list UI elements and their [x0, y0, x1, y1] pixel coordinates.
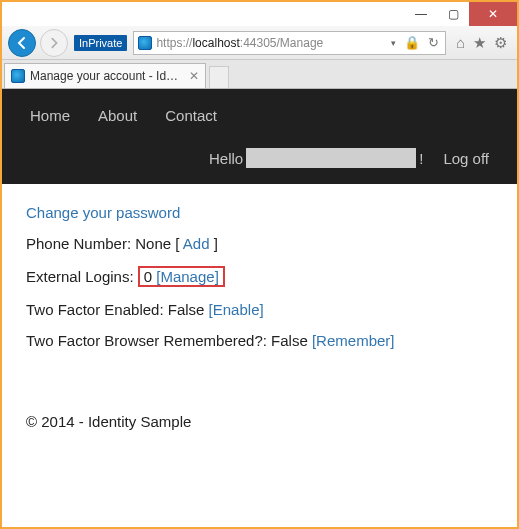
- favorites-icon[interactable]: ★: [473, 34, 486, 52]
- refresh-icon[interactable]: ↻: [426, 35, 441, 50]
- arrow-right-icon: [48, 37, 60, 49]
- url-protocol: https://: [156, 36, 192, 50]
- phone-add-link[interactable]: Add: [183, 235, 210, 252]
- tab-favicon-icon: [11, 69, 25, 83]
- browser-remembered-label: Two Factor Browser Remembered?:: [26, 332, 267, 349]
- external-logins-count: 0: [144, 268, 152, 285]
- page-content: Change your password Phone Number: None …: [2, 184, 517, 383]
- two-factor-row: Two Factor Enabled: False [Enable]: [26, 301, 493, 318]
- two-factor-enable-link[interactable]: [Enable]: [209, 301, 264, 318]
- minimize-button[interactable]: —: [405, 2, 437, 26]
- tools-gear-icon[interactable]: ⚙: [494, 34, 507, 52]
- browser-navbar: InPrivate https://localhost:44305/Manage…: [2, 26, 517, 60]
- arrow-left-icon: [15, 36, 29, 50]
- external-logins-label: External Logins:: [26, 268, 134, 285]
- page-footer: © 2014 - Identity Sample: [2, 413, 517, 454]
- nav-contact-link[interactable]: Contact: [165, 107, 217, 124]
- external-logins-row: External Logins: 0 [Manage]: [26, 266, 493, 287]
- hello-user[interactable]: Hello !: [209, 148, 423, 168]
- browser-remembered-link[interactable]: [Remember]: [312, 332, 395, 349]
- lock-icon[interactable]: 🔒: [402, 35, 422, 50]
- two-factor-label: Two Factor Enabled:: [26, 301, 164, 318]
- hello-suffix: !: [419, 150, 423, 167]
- inprivate-badge: InPrivate: [74, 35, 127, 51]
- url-dropdown-icon[interactable]: ▾: [389, 38, 398, 48]
- address-bar[interactable]: https://localhost:44305/Manage ▾ 🔒 ↻: [133, 31, 446, 55]
- browser-toolbar-right: ⌂ ★ ⚙: [450, 34, 511, 52]
- external-logins-manage-link[interactable]: [Manage]: [156, 268, 219, 285]
- back-button[interactable]: [8, 29, 36, 57]
- nav-about-link[interactable]: About: [98, 107, 137, 124]
- phone-row: Phone Number: None [ Add ]: [26, 235, 493, 252]
- external-logins-highlight: 0 [Manage]: [138, 266, 225, 287]
- maximize-button[interactable]: ▢: [437, 2, 469, 26]
- page-viewport: Home About Contact Hello ! Log off Chang…: [2, 89, 517, 527]
- browser-remembered-value: False: [271, 332, 308, 349]
- site-navbar: Home About Contact Hello ! Log off: [2, 89, 517, 184]
- change-password-link[interactable]: Change your password: [26, 204, 180, 221]
- tab-strip: Manage your account - Ide... ✕: [2, 60, 517, 89]
- url-path: :44305/Manage: [240, 36, 323, 50]
- phone-label: Phone Number:: [26, 235, 131, 252]
- home-icon[interactable]: ⌂: [456, 34, 465, 51]
- nav-home-link[interactable]: Home: [30, 107, 70, 124]
- username-redacted: [246, 148, 416, 168]
- tab-close-icon[interactable]: ✕: [189, 69, 199, 83]
- window-titlebar: — ▢ ✕: [2, 2, 517, 26]
- footer-text: © 2014 - Identity Sample: [26, 413, 191, 430]
- tab-title: Manage your account - Ide...: [30, 69, 180, 83]
- two-factor-value: False: [168, 301, 205, 318]
- hello-prefix: Hello: [209, 150, 243, 167]
- forward-button[interactable]: [40, 29, 68, 57]
- logoff-link[interactable]: Log off: [443, 150, 489, 167]
- phone-value: None: [135, 235, 171, 252]
- browser-remembered-row: Two Factor Browser Remembered?: False [R…: [26, 332, 493, 349]
- url-text[interactable]: https://localhost:44305/Manage: [156, 36, 385, 50]
- new-tab-button[interactable]: [209, 66, 229, 88]
- url-host: localhost: [192, 36, 239, 50]
- ie-favicon-icon: [138, 36, 152, 50]
- tab-active[interactable]: Manage your account - Ide... ✕: [4, 63, 206, 88]
- close-window-button[interactable]: ✕: [469, 2, 517, 26]
